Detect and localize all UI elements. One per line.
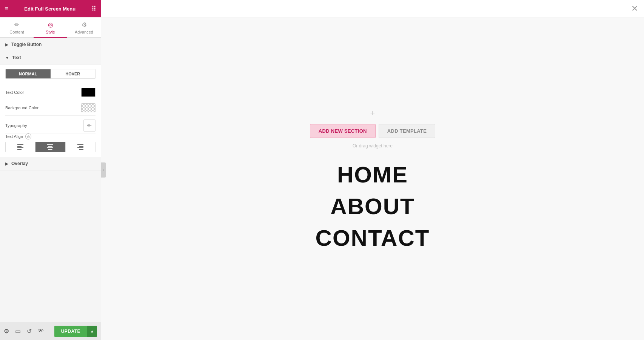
state-hover-tab[interactable]: HOVER [51, 69, 96, 78]
menu-item-contact[interactable]: CONTACT [316, 227, 430, 250]
svg-rect-11 [79, 149, 83, 150]
typography-row: Typography ✏ [5, 116, 96, 133]
advanced-icon: ⚙ [82, 21, 87, 28]
state-tabs: NORMAL HOVER [5, 69, 96, 79]
menu-item-home[interactable]: HOME [337, 164, 408, 186]
typography-edit-button[interactable]: ✏ [83, 119, 96, 132]
settings-icon[interactable]: ⚙ [4, 328, 9, 335]
text-align-buttons [5, 142, 96, 152]
text-color-label: Text Color [5, 90, 24, 95]
svg-rect-0 [17, 144, 23, 145]
background-color-swatch[interactable] [81, 103, 96, 112]
hamburger-icon[interactable]: ≡ [5, 5, 9, 13]
canvas-topbar: ✕ [101, 0, 644, 17]
text-align-label: Text Align [5, 134, 23, 139]
svg-rect-5 [48, 146, 52, 147]
grid-icon[interactable]: ⠿ [91, 5, 96, 13]
close-icon[interactable]: ✕ [631, 4, 638, 14]
menu-items: HOME ABOUT CONTACT [316, 164, 430, 250]
update-button[interactable]: UPDATE [54, 326, 87, 337]
panel-title: Edit Full Screen Menu [24, 6, 75, 12]
bottom-icons: ⚙ ▭ ↺ 👁 [4, 328, 44, 335]
history-icon[interactable]: ↺ [27, 328, 32, 335]
responsive-icon[interactable]: ▭ [15, 328, 21, 335]
menu-item-about[interactable]: ABOUT [330, 195, 414, 218]
text-align-label-row: Text Align ⊙ [5, 133, 96, 139]
overlay-section-header[interactable]: ▶ Overlay [0, 157, 101, 170]
tab-advanced[interactable]: ⚙ Advanced [67, 17, 101, 38]
panel-tabs: ✏ Content ◎ Style ⚙ Advanced [0, 17, 101, 38]
main-canvas: ✕ + ADD NEW SECTION ADD TEMPLATE Or drag… [101, 0, 644, 340]
toggle-button-section-header[interactable]: ▶ Toggle Button [0, 38, 101, 51]
svg-rect-9 [79, 146, 83, 147]
tab-style-label: Style [46, 30, 55, 34]
state-normal-tab[interactable]: NORMAL [6, 69, 51, 78]
tab-advanced-label: Advanced [75, 30, 93, 34]
tab-style[interactable]: ◎ Style [34, 17, 67, 38]
svg-rect-1 [17, 146, 22, 147]
text-color-swatch[interactable] [81, 88, 96, 97]
svg-rect-4 [47, 144, 53, 145]
canvas-content: + ADD NEW SECTION ADD TEMPLATE Or drag w… [101, 17, 644, 340]
align-center-icon [47, 144, 53, 150]
update-dropdown-button[interactable]: ▲ [87, 326, 97, 337]
align-right-icon [77, 144, 83, 150]
svg-rect-2 [17, 147, 23, 148]
text-section-label: Text [12, 55, 21, 60]
style-icon: ◎ [48, 21, 53, 28]
add-plus-icon[interactable]: + [370, 108, 375, 118]
svg-rect-6 [47, 147, 53, 148]
align-center-button[interactable] [35, 142, 65, 152]
text-align-container: Text Align ⊙ [5, 133, 96, 152]
text-arrow: ▼ [5, 56, 9, 60]
overlay-arrow: ▶ [5, 162, 8, 166]
typography-label: Typography [5, 123, 27, 128]
toggle-button-arrow: ▶ [5, 43, 8, 47]
align-left-icon [17, 144, 23, 150]
update-btn-group: UPDATE ▲ [54, 326, 97, 337]
collapse-handle[interactable]: ‹ [101, 162, 106, 178]
add-template-button[interactable]: ADD TEMPLATE [379, 124, 435, 138]
panel-content: ▶ Toggle Button ▼ Text NORMAL HOVER Text… [0, 38, 101, 322]
panel-topbar: ≡ Edit Full Screen Menu ⠿ [0, 0, 101, 17]
svg-rect-3 [17, 149, 22, 150]
add-section-area: + ADD NEW SECTION ADD TEMPLATE Or drag w… [310, 108, 435, 149]
text-align-info-icon[interactable]: ⊙ [25, 133, 31, 139]
background-color-label: Background Color [5, 106, 39, 110]
text-color-row: Text Color [5, 85, 96, 100]
preview-icon[interactable]: 👁 [38, 328, 44, 335]
toggle-button-label: Toggle Button [11, 42, 42, 47]
svg-rect-10 [77, 147, 83, 148]
bottom-bar: ⚙ ▭ ↺ 👁 UPDATE ▲ [0, 322, 101, 340]
tab-content[interactable]: ✏ Content [0, 17, 34, 38]
text-section-body: NORMAL HOVER Text Color Background Color… [0, 64, 101, 157]
align-left-button[interactable] [6, 142, 35, 152]
add-buttons: ADD NEW SECTION ADD TEMPLATE [310, 124, 435, 138]
align-right-button[interactable] [66, 142, 95, 152]
drag-hint: Or drag widget here [353, 143, 393, 149]
left-panel: ≡ Edit Full Screen Menu ⠿ ✏ Content ◎ St… [0, 0, 101, 340]
svg-rect-7 [48, 149, 52, 150]
background-color-row: Background Color [5, 100, 96, 116]
text-section-header[interactable]: ▼ Text [0, 51, 101, 64]
svg-rect-8 [77, 144, 83, 145]
tab-content-label: Content [9, 30, 24, 34]
overlay-label: Overlay [11, 161, 28, 166]
add-new-section-button[interactable]: ADD NEW SECTION [310, 124, 376, 138]
content-icon: ✏ [14, 21, 19, 28]
pencil-icon: ✏ [87, 123, 92, 129]
